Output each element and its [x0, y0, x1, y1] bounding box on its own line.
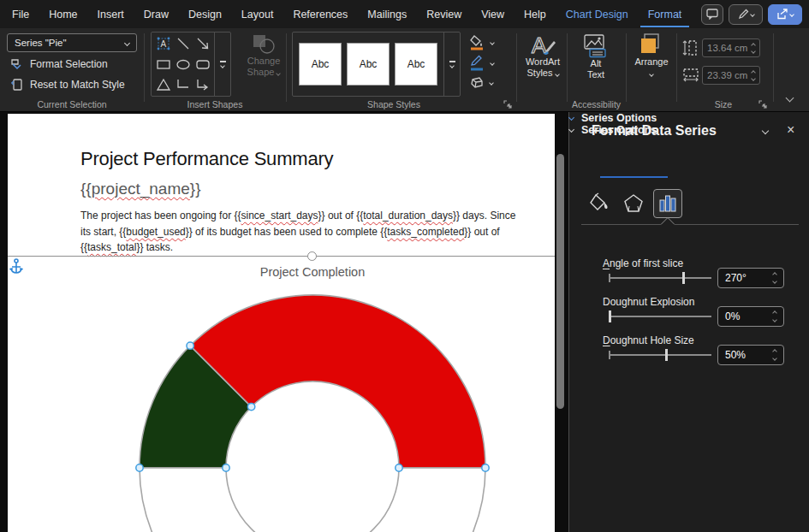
document-subheading[interactable]: {{project_name}}	[80, 180, 201, 198]
explosion-spin-up[interactable]	[772, 310, 777, 316]
doughnut-slice-hidden-bottom-half[interactable]	[140, 468, 485, 532]
rounded-rectangle-icon[interactable]	[194, 56, 211, 73]
explosion-spin-down[interactable]	[772, 317, 777, 322]
menu-tab-home[interactable]: Home	[41, 1, 85, 28]
angle-spin-down[interactable]	[772, 279, 777, 284]
placeholder-token: tasks_completed	[387, 226, 464, 238]
series-selection-handle[interactable]	[482, 464, 489, 471]
rectangle-icon[interactable]	[155, 56, 172, 73]
series-selection-handle[interactable]	[187, 342, 193, 349]
wordart-icon: A	[528, 33, 557, 56]
menu-tab-draw[interactable]: Draw	[136, 1, 176, 28]
doughnut-explosion-field[interactable]: 0%	[717, 306, 784, 327]
vertical-scrollbar[interactable]	[556, 154, 564, 409]
share-icon	[776, 9, 788, 20]
menu-tab-file[interactable]: File	[4, 1, 37, 28]
shape-style-swatch-3[interactable]: Abc	[395, 43, 437, 86]
shape-fill-button[interactable]	[469, 34, 494, 50]
hole-size-spin-down[interactable]	[772, 356, 777, 361]
arrange-icon	[639, 33, 664, 56]
line-icon[interactable]	[175, 35, 192, 52]
angle-of-first-slice-field[interactable]: 270°	[717, 268, 784, 288]
menu-tab-references[interactable]: References	[285, 1, 355, 28]
selected-tab-notch	[661, 218, 675, 225]
doughnut-hole-size-field[interactable]: 50%	[717, 345, 784, 365]
elbow-arrow-connector-icon[interactable]	[194, 76, 211, 93]
angle-slider-thumb[interactable]	[682, 272, 685, 284]
menu-tab-review[interactable]: Review	[419, 1, 469, 28]
wordart-styles-button[interactable]: A WordArt Styles	[519, 33, 567, 79]
doughnut-chart[interactable]	[8, 248, 555, 532]
collapse-ribbon-chevron[interactable]	[786, 94, 794, 103]
angle-of-first-slice-slider[interactable]	[609, 277, 711, 279]
width-spin-down[interactable]	[751, 76, 756, 81]
insert-shapes-more-button[interactable]	[214, 33, 230, 96]
menu-tab-view[interactable]: View	[473, 1, 512, 28]
tab-series-options-label: Series Options	[581, 112, 657, 124]
height-spin-up[interactable]	[751, 43, 756, 48]
hole-size-spin-up[interactable]	[772, 349, 777, 354]
oval-icon[interactable]	[175, 56, 192, 73]
placeholder-token: total_duration_days	[363, 210, 453, 222]
angle-spin-up[interactable]	[772, 272, 777, 277]
shape-styles-more-button[interactable]	[443, 33, 460, 96]
shape-effects-button[interactable]	[469, 76, 493, 90]
panel-close-icon[interactable]: ×	[787, 122, 794, 138]
triangle-icon[interactable]	[155, 76, 172, 93]
shape-width-value: 23.39 cm	[707, 70, 747, 80]
shape-height-icon	[682, 39, 698, 56]
change-shape-button[interactable]: Change Shape	[243, 33, 284, 78]
chart-element-dropdown[interactable]: Series "Pie"	[7, 33, 137, 52]
tab-series-options-icon[interactable]	[653, 189, 682, 218]
elbow-connector-icon[interactable]	[175, 76, 192, 93]
width-spin-up[interactable]	[751, 70, 756, 75]
change-shape-icon	[251, 33, 277, 56]
pentagon-icon	[622, 192, 645, 215]
arrow-icon[interactable]	[194, 35, 211, 52]
menu-tab-design[interactable]: Design	[181, 1, 229, 28]
menu-tab-insert[interactable]: Insert	[90, 1, 132, 28]
panel-title: Format Data Series	[592, 123, 717, 139]
height-spin-down[interactable]	[751, 49, 756, 54]
series-selection-handle[interactable]	[223, 464, 229, 471]
explosion-slider-thumb[interactable]	[609, 310, 611, 322]
series-selection-handle[interactable]	[247, 403, 254, 410]
angle-value: 270°	[725, 272, 747, 284]
group-label-shape-styles: Shape Styles	[334, 99, 454, 109]
editing-mode-button[interactable]	[729, 4, 763, 25]
menu-tab-format[interactable]: Format	[640, 1, 690, 28]
document-heading[interactable]: Project Performance Summary	[80, 148, 333, 170]
comments-button[interactable]	[701, 4, 723, 25]
tab-series-options[interactable]: Series Options	[569, 112, 809, 124]
shape-height-field[interactable]: 13.64 cm	[702, 38, 760, 57]
share-button[interactable]	[768, 4, 802, 25]
series-selection-handle[interactable]	[136, 464, 143, 471]
shape-style-swatch-2[interactable]: Abc	[347, 43, 390, 86]
tab-effects[interactable]	[619, 189, 648, 218]
reset-to-match-style-button[interactable]: Reset to Match Style	[10, 78, 125, 92]
shape-style-swatch-1[interactable]: Abc	[299, 43, 342, 86]
shape-outline-button[interactable]	[469, 55, 494, 71]
shape-width-field[interactable]: 23.39 cm	[702, 66, 760, 85]
arrange-button[interactable]: Arrange	[629, 33, 674, 79]
doughnut-slice-remaining[interactable]	[190, 295, 485, 468]
menu-tab-layout[interactable]: Layout	[234, 1, 282, 28]
menu-tab-mailings[interactable]: Mailings	[360, 1, 414, 28]
format-selection-button[interactable]: Format Selection	[10, 57, 108, 71]
alt-text-button[interactable]: Alt Text	[572, 34, 620, 80]
alt-text-icon	[583, 34, 609, 58]
series-selection-handle[interactable]	[396, 464, 402, 471]
doughnut-explosion-slider[interactable]	[609, 316, 711, 317]
tab-fill-and-line[interactable]	[585, 189, 614, 218]
hole-size-slider-thumb[interactable]	[665, 349, 668, 361]
size-dialog-launcher[interactable]	[758, 100, 768, 109]
format-selection-icon	[10, 57, 24, 71]
shape-styles-dialog-launcher[interactable]	[503, 100, 513, 109]
menu-tab-chart-design[interactable]: Chart Design	[558, 1, 636, 28]
format-selection-label: Format Selection	[30, 58, 108, 70]
doughnut-hole-size-slider[interactable]	[609, 354, 711, 356]
textbox-icon[interactable]: A	[155, 35, 172, 52]
shape-outline-icon	[469, 55, 485, 71]
shape-fill-icon	[469, 34, 485, 50]
menu-tab-help[interactable]: Help	[516, 1, 554, 28]
